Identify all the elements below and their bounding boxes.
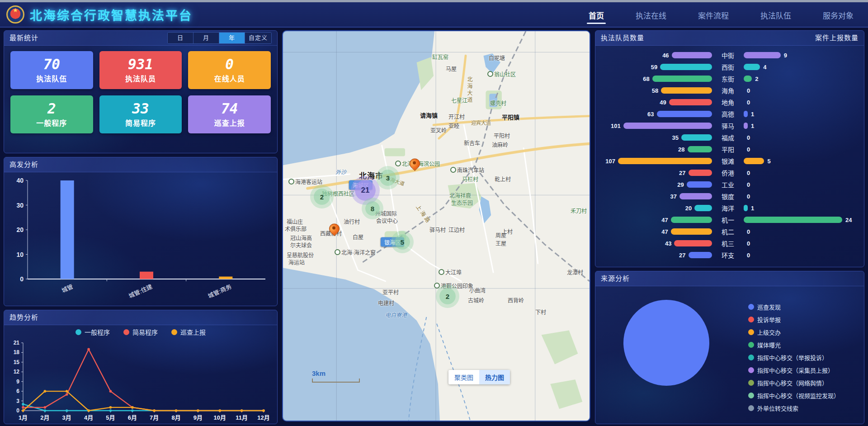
team-bar-left: 59 [598,64,712,71]
stat-card-一般程序: 2一般程序 [10,95,93,133]
trend-line-chart: 0369121518211月2月3月4月5月6月7月8月9月10月11月12月 [7,337,272,424]
team-count-value: 20 [685,205,692,212]
tab-日[interactable]: 日 [168,33,193,43]
map-overlay: 缸瓦窑马屋白坭塘翁山社区北海大道七星江螺壳村请海镇开江村亚睦迎宾大道亚叉岭平阳镇… [283,31,590,421]
legend-item-巡查上报: 巡查上报 [171,327,206,336]
team-bar-left: 47 [598,228,712,235]
map-label: 小曲湾 [469,286,486,294]
team-count-value: 68 [643,76,649,82]
team-count-bar [623,123,712,129]
nav-item-案件流程[interactable]: 案件流程 [696,3,731,26]
svg-text:6月: 6月 [128,414,137,421]
map-label: 会议中心 [376,217,398,224]
map-pin-icon[interactable] [329,223,340,234]
team-bar-left: 46 [598,52,712,59]
high-freq-bar-chart: 010203040城管城管:住建城管:商务 [7,173,272,304]
legend-dot [748,355,754,360]
team-count-bar [618,158,712,164]
team-count-bar [674,240,712,246]
stat-card-label: 执法队伍 [36,73,67,84]
high-freq-title-bar: 高发分析 [4,157,277,172]
map-cluster-marker[interactable]: 2 [439,288,456,304]
stat-card-value: 70 [43,57,60,72]
pie-legend-label: 指挥中心移交（举报投诉） [757,353,828,362]
map-cluster-marker[interactable]: 8 [365,201,380,216]
team-count-value: 27 [679,170,685,176]
map-label: 亚平村 [382,288,399,296]
case-bar-right: 1 [744,205,858,212]
table-row-福成: 35福成0 [598,132,858,143]
map-label: 上海路 [415,203,433,225]
team-name: 西街 [712,62,744,71]
map-cluster-marker[interactable]: 21 [355,180,376,201]
team-count-bar [694,205,712,211]
map-label: 西背岭 [508,296,524,304]
case-bar-right: 0 [744,99,858,106]
map-label: 北海·海洋之窗 [335,248,376,256]
team-count-bar [669,99,712,105]
nav-item-服务对象[interactable]: 服务对象 [821,3,855,26]
nav-item-执法队伍[interactable]: 执法队伍 [759,3,793,26]
legend-dot [748,380,754,386]
team-count-bar [652,76,712,82]
map-button-热力图[interactable]: 热力图 [479,370,510,384]
team-bar-left: 27 [598,252,712,259]
map-cluster-marker[interactable]: 5 [395,234,410,250]
tab-年[interactable]: 年 [219,33,245,43]
nav-item-执法在线[interactable]: 执法在线 [634,3,668,26]
case-bar-right: 0 [744,240,858,247]
map-label: 油麻岭 [492,141,508,148]
map-cluster-marker[interactable]: 2 [314,189,330,205]
team-bar-left: 35 [598,134,712,141]
page-title: 北海综合行政智慧执法平台 [30,6,193,24]
pie-legend-item: 巡查发现 [748,303,840,311]
map-label: 术俱乐部 [285,225,307,232]
tab-月[interactable]: 月 [193,33,219,43]
police-badge-icon: ★ [6,5,24,24]
trend-title-bar: 趋势分析 [4,310,277,325]
team-count-value: 47 [661,217,668,223]
team-name: 银度 [712,192,744,201]
svg-text:12月: 12月 [257,414,269,421]
svg-text:城管: 城管 [61,283,74,294]
map-label: 南珠汽车站 [450,166,484,174]
svg-text:9: 9 [16,379,19,385]
case-count-bar [744,64,760,70]
right-column: 执法队员数量 案件上报数量 46中街959西街468东街258海角049地角06… [595,30,864,424]
map-label: 新吉车 [464,139,480,147]
nav-item-首页[interactable]: 首页 [587,3,606,26]
svg-text:18: 18 [14,349,20,355]
svg-text:4月: 4月 [84,414,93,421]
main-layout: 最新统计 日月年自定义 70执法队伍931执法队员0在线人员2一般程序33简易程… [0,28,868,426]
pie-legend-item: 上级交办 [748,328,840,336]
map-label: 下村 [535,308,546,316]
map-scale: 3km [312,369,360,383]
stat-card-value: 33 [132,101,149,116]
svg-text:12: 12 [14,369,20,375]
case-bar-right: 0 [744,181,858,188]
map-label: 冠山海高 [290,234,312,241]
period-tabs: 日月年自定义 [167,32,272,44]
map-pin-icon[interactable] [410,158,420,169]
map-label: 马屋 [446,65,457,72]
team-name: 中街 [712,51,744,60]
svg-text:15: 15 [14,359,20,365]
team-name: 平阳 [712,145,744,154]
stat-card-label: 在线人员 [214,73,245,84]
tab-自定义[interactable]: 自定义 [245,33,271,43]
svg-text:20: 20 [16,226,24,233]
map-label: 七星江 [451,96,467,104]
team-count-bar [671,217,712,223]
pie-legend-label: 指挥中心移交（采集员上报） [757,366,834,374]
map-cluster-marker[interactable]: 3 [380,170,396,186]
map-button-聚类图[interactable]: 聚类图 [448,370,479,384]
map-label: 古城岭 [468,296,484,304]
team-count-bar [689,170,712,176]
case-count-bar [744,111,748,117]
case-count-value: 0 [747,240,750,247]
case-count-value: 4 [763,64,766,71]
latest-stats-title-bar: 最新统计 日月年自定义 [4,31,277,46]
city-map[interactable]: 缸瓦窑马屋白坭塘翁山社区北海大道七星江螺壳村请海镇开江村亚睦迎宾大道亚叉岭平阳镇… [282,30,590,421]
team-count-bar [660,64,712,70]
team-count-value: 27 [679,252,685,259]
